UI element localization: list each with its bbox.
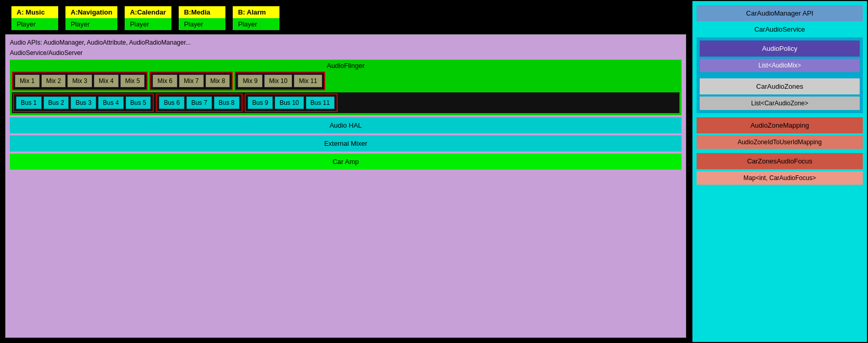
bus-4: Bus 4 — [98, 97, 124, 109]
external-mixer: External Mixer — [10, 135, 682, 152]
rp-inner-top: AudioPolicy List<AudioMix> CarAudioZones… — [697, 37, 863, 113]
app-music: A: Music Player — [10, 5, 59, 31]
bus-9: Bus 9 — [248, 97, 273, 109]
mix-6: Mix 6 — [153, 75, 177, 87]
mix-10: Mix 10 — [264, 75, 292, 87]
arch-container: Audio APIs: AudioManager, AudioAttribute… — [5, 34, 686, 338]
audiozoid-mapping: AudioZoneIdToUserIdMapping — [697, 135, 863, 149]
app-calendar-name: A:Calendar — [125, 6, 171, 18]
mix-3: Mix 3 — [68, 75, 92, 87]
audioflinger-label: AudioFlinger — [12, 62, 679, 70]
mix-groups: Mix 1 Mix 2 Mix 3 Mix 4 Mix 5 Mix 6 Mix … — [12, 72, 679, 90]
app-media: B:Media Player — [178, 5, 226, 31]
car-zones-audio-focus: CarZonesAudioFocus — [697, 153, 863, 169]
bus-6: Bus 6 — [159, 97, 184, 109]
bus-10: Bus 10 — [275, 97, 303, 109]
bus-group-3: Bus 9 Bus 10 Bus 11 — [245, 93, 338, 112]
audioflinger-wrapper: AudioFlinger Mix 1 Mix 2 Mix 3 Mix 4 Mix… — [10, 60, 682, 115]
bus-8: Bus 8 — [214, 97, 239, 109]
mix-group-2: Mix 6 Mix 7 Mix 8 — [150, 72, 233, 90]
bus-11: Bus 11 — [306, 97, 335, 109]
app-calendar-player: Player — [125, 18, 171, 30]
audio-hal: Audio HAL — [10, 117, 682, 133]
audio-policy: AudioPolicy — [700, 40, 860, 57]
app-navigation: A:Navigation Player — [64, 5, 118, 31]
app-music-name: A: Music — [11, 6, 58, 18]
mix-11: Mix 11 — [294, 75, 322, 87]
mix-5: Mix 5 — [121, 75, 145, 87]
mix-1: Mix 1 — [15, 75, 39, 87]
app-calendar: A:Calendar Player — [124, 5, 172, 31]
mix-2: Mix 2 — [42, 75, 66, 87]
bus-1: Bus 1 — [16, 97, 42, 109]
bus-groups: Bus 1 Bus 2 Bus 3 Bus 4 Bus 5 Bus 6 Bus … — [12, 92, 679, 113]
service-label: AudioService/AudioServer — [10, 49, 682, 57]
app-navigation-name: A:Navigation — [65, 6, 117, 18]
app-alarm-player: Player — [233, 18, 279, 30]
audio-zone-mapping: AudioZoneMapping — [697, 117, 863, 133]
mix-group-1: Mix 1 Mix 2 Mix 3 Mix 4 Mix 5 — [12, 72, 148, 90]
list-caraudiozone: List<CarAudioZone> — [700, 97, 860, 110]
car-audio-service-label: CarAudioService — [697, 23, 863, 35]
api-label: Audio APIs: AudioManager, AudioAttribute… — [10, 39, 682, 46]
app-navigation-player: Player — [65, 18, 117, 30]
map-caraudiofocus: Map<int, CarAudioFocus> — [697, 171, 863, 185]
car-audio-manager-api: CarAudioManager API — [697, 5, 863, 21]
mix-group-3: Mix 9 Mix 10 Mix 11 — [235, 72, 325, 90]
bus-group-1: Bus 1 Bus 2 Bus 3 Bus 4 Bus 5 — [13, 93, 154, 112]
mix-7: Mix 7 — [179, 75, 204, 87]
mix-9: Mix 9 — [238, 75, 262, 87]
bus-5: Bus 5 — [126, 97, 151, 109]
bus-2: Bus 2 — [44, 97, 69, 109]
mix-4: Mix 4 — [94, 75, 118, 87]
app-row: A: Music Player A:Navigation Player A:Ca… — [10, 5, 686, 31]
car-amp: Car Amp — [10, 154, 682, 170]
app-music-player: Player — [11, 18, 58, 30]
left-panel: A: Music Player A:Navigation Player A:Ca… — [0, 0, 691, 343]
bus-7: Bus 7 — [186, 97, 212, 109]
app-media-name: B:Media — [179, 6, 225, 18]
app-alarm-name: B: Alarm — [233, 6, 279, 18]
car-audio-zones: CarAudioZones — [700, 78, 860, 94]
list-audiomix: List<AudioMix> — [700, 59, 860, 72]
app-media-player: Player — [179, 18, 225, 30]
mix-8: Mix 8 — [206, 75, 230, 87]
right-panel: CarAudioManager API CarAudioService Audi… — [691, 0, 868, 343]
bus-3: Bus 3 — [71, 97, 96, 109]
bus-group-2: Bus 6 Bus 7 Bus 8 — [156, 93, 242, 112]
app-alarm: B: Alarm Player — [232, 5, 281, 31]
